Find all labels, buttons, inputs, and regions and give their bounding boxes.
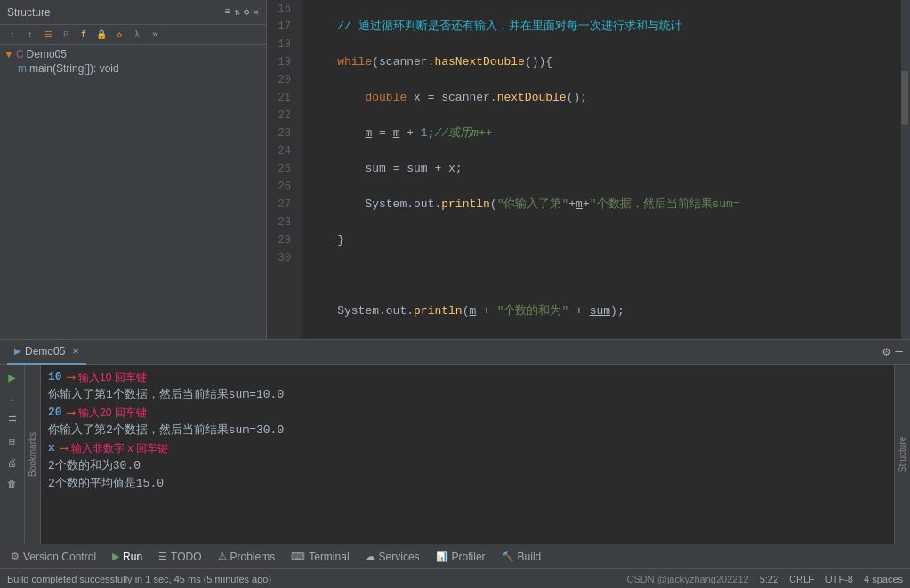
code-line-23 [310,267,894,285]
settings-icon[interactable]: ⚙ [244,6,250,18]
code-line-17: while(scanner.hasNextDouble()){ [310,53,894,71]
sort-za-icon[interactable]: ↕ [23,28,37,42]
structure-right-bar: Structure [894,365,910,544]
annotation-3: 输入非数字 x 回车键 [71,439,168,457]
structure-toolbar: ↕ ↕ ☰ P f 🔒 ✿ λ » [0,25,266,45]
version-control-tab[interactable]: ⚙ Version Control [4,546,103,568]
run-play-button[interactable]: ▶ [4,368,21,386]
close-structure-icon[interactable]: ✕ [253,6,259,18]
output-line-2: 你输入了第1个数据，然后当前结果sum=10.0 [48,386,887,404]
tree-item-main[interactable]: m main(String[]): void [0,61,266,76]
output-text-2: 你输入了第1个数据，然后当前结果sum=10.0 [48,386,284,404]
output-line-6: 2个数的和为30.0 [48,457,887,475]
indent-display: 4 spaces [864,574,903,584]
time-display: 5:22 [760,574,778,584]
output-text-6: 2个数的和为30.0 [48,457,141,475]
lock-icon[interactable]: 🔒 [94,28,109,42]
tree-item-label: main(String[]): void [29,62,119,75]
annotation-2: 输入20 回车键 [78,404,147,422]
more-icon[interactable]: » [148,28,162,42]
charset-display: UTF-8 [825,574,853,584]
version-control-label: Version Control [23,551,96,563]
tree-item-demo05[interactable]: ▼ C Demo05 [0,47,266,61]
run-print-button[interactable]: 🖨 [4,454,21,471]
sort-az-icon[interactable]: ↕ [5,28,20,42]
problems-icon: ⚠ [218,551,227,562]
code-line-19: m = m + 1;//或用m++ [310,125,894,142]
run-minimize-icon[interactable]: — [896,344,903,359]
output-line-3: 20 ⟶ 输入20 回车键 [48,404,887,422]
annotation-1: 输入10 回车键 [78,368,147,386]
code-line-22: } [310,231,894,249]
build-label: Build [518,551,542,563]
arrow-icon-2: ⟶ [68,404,75,422]
code-editor[interactable]: // 通过循环判断是否还有输入，并在里面对每一次进行求和与统计 while(sc… [302,0,901,339]
problems-tab[interactable]: ⚠ Problems [211,546,283,568]
run-tool-tab[interactable]: ▶ Run [105,546,149,568]
code-line-21: System.out.println("你输入了第"+m+"个数据，然后当前结果… [310,196,894,213]
todo-label: TODO [171,551,201,563]
profiler-label: Profiler [452,551,486,563]
arrow-icon-1: ⟶ [68,368,75,386]
sort2-icon[interactable]: ⇅ [234,6,240,18]
class-icon: C [16,48,24,60]
services-icon: ☁ [366,551,375,562]
services-tab[interactable]: ☁ Services [358,546,427,568]
version-control-icon: ⚙ [11,551,20,562]
run-tab-icon: ▶ [14,346,21,356]
watermark-text: CSDN @jackyzhang202212 [627,574,749,584]
run-list-button[interactable]: ☰ [4,411,21,429]
structure-tree: ▼ C Demo05 m main(String[]): void [0,45,266,339]
terminal-label: Terminal [309,551,349,563]
code-line-24: System.out.println(m + "个数的和为" + sum); [310,302,894,320]
run-tab-bar: ▶ Demo05 ✕ ⚙ — [0,340,910,365]
run-list2-button[interactable]: ⊞ [4,432,21,450]
structure-header-icons: ≡ ⇅ ⚙ ✕ [225,6,259,18]
terminal-icon: ⌨ [291,551,305,562]
line-ending-display: CRLF [789,574,815,584]
profiler-tab[interactable]: 📊 Profiler [429,546,493,568]
output-value-x: x [48,439,55,457]
code-line-18: double x = scanner.nextDouble(); [310,89,894,107]
method-icon: m [18,62,27,75]
build-tab[interactable]: 🔨 Build [495,546,549,568]
bottom-toolbar: ⚙ Version Control ▶ Run ☰ TODO ⚠ Problem… [0,544,910,568]
bookmarks-bar: Bookmarks [25,365,41,544]
p-icon[interactable]: P [59,28,73,42]
output-value-10: 10 [48,368,62,386]
run-tool-label: Run [123,551,142,563]
run-settings-icon[interactable]: ⚙ [882,344,890,359]
scroll-thumb[interactable] [901,71,908,125]
terminal-tab[interactable]: ⌨ Terminal [284,546,356,568]
todo-tab[interactable]: ☰ TODO [151,546,208,568]
output-text-4: 你输入了第2个数据，然后当前结果sum=30.0 [48,422,284,439]
code-line-16: // 通过循环判断是否还有输入，并在里面对每一次进行求和与统计 [310,18,894,36]
arrow-icon-3: ⟶ [60,439,68,457]
f-icon[interactable]: f [77,28,91,42]
flower-icon[interactable]: ✿ [112,28,126,42]
output-line-5: x ⟶ 输入非数字 x 回车键 [48,439,887,457]
sort-icon[interactable]: ≡ [225,6,231,18]
run-tab-settings: ⚙ — [882,344,903,359]
run-trash-button[interactable]: 🗑 [4,475,21,493]
output-line-4: 你输入了第2个数据，然后当前结果sum=30.0 [48,422,887,439]
run-tab-close[interactable]: ✕ [72,346,79,356]
lambda-icon[interactable]: λ [130,28,144,42]
output-value-20: 20 [48,404,62,422]
structure-header: Structure ≡ ⇅ ⚙ ✕ [0,0,266,25]
run-tab[interactable]: ▶ Demo05 ✕ [7,340,86,365]
run-down-button[interactable]: ↓ [4,390,21,407]
scroll-indicator[interactable] [901,0,910,339]
run-tab-label: Demo05 [25,345,65,358]
code-line-20: sum = sum + x; [310,160,894,178]
run-output: 10 ⟶ 输入10 回车键 你输入了第1个数据，然后当前结果sum=10.0 2… [41,365,894,544]
profiler-icon: 📊 [436,551,448,562]
build-status-text: Build completed successfully in 1 sec, 4… [7,574,271,584]
output-line-1: 10 ⟶ 输入10 回车键 [48,368,887,386]
output-text-7: 2个数的平均值是15.0 [48,475,164,493]
status-bar: Build completed successfully in 1 sec, 4… [0,568,910,588]
todo-icon: ☰ [158,551,167,562]
bookmarks-label: Bookmarks [28,431,37,476]
build-icon: 🔨 [502,551,514,562]
expand-icon[interactable]: ☰ [41,28,55,42]
